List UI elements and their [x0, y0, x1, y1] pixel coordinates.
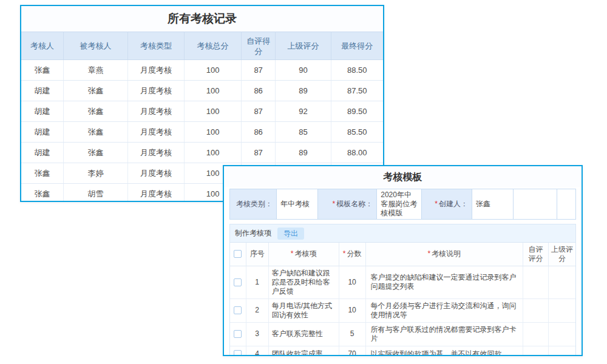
record-cell: 89 — [276, 81, 331, 101]
item-name-cell: 客户联系完整性 — [268, 322, 339, 346]
record-row: 胡建张鑫月度考核100879289.50 — [21, 101, 383, 122]
record-cell: 87 — [241, 143, 276, 163]
record-cell: 87 — [241, 60, 276, 81]
record-cell: 85 — [276, 122, 331, 143]
record-cell: 张鑫 — [64, 81, 127, 101]
record-cell: 100 — [185, 143, 242, 163]
record-cell: 86 — [241, 81, 276, 101]
template-panel: 考核模板 考核类别： 年中考核 *模板名称： 2020年中客服岗位考核模版 *创… — [223, 165, 583, 356]
required-asterisk: * — [435, 200, 438, 208]
record-cell: 胡建 — [21, 101, 64, 122]
record-cell: 100 — [185, 81, 242, 101]
item-name-cell: 客户缺陷和建议跟踪是否及时和给客户反馈 — [268, 266, 339, 298]
item-row: 1客户缺陷和建议跟踪是否及时和给客户反馈10客户提交的缺陷和建议一定要通过记录到… — [230, 266, 575, 298]
item-score-cell: 10 — [339, 266, 365, 298]
item-name-cell: 团队收款完成率 — [268, 346, 339, 356]
record-cell: 89.50 — [331, 101, 383, 122]
select-all-header — [230, 243, 246, 266]
items-table: 序号*考核项*分数*考核说明自评评分上级评分 1客户缺陷和建议跟踪是否及时和给客… — [230, 243, 575, 356]
item-superior-score-cell — [549, 266, 575, 298]
record-cell: 100 — [185, 122, 242, 143]
record-cell: 100 — [185, 101, 242, 122]
records-column-header: 考核人 — [21, 32, 64, 60]
item-superior-score-cell — [549, 322, 575, 346]
items-column-header: *考核说明 — [365, 243, 523, 266]
record-row: 胡建张鑫月度考核100878988.00 — [21, 143, 383, 163]
item-row: 3客户联系完整性5所有与客户联系过的情况都需要记录到客户卡片 — [230, 322, 575, 346]
item-checkbox-cell — [230, 298, 246, 322]
items-column-header: *考核项 — [268, 243, 339, 266]
item-row: 2每月电话/其他方式回访有效性10每个月必须与客户进行主动交流和沟通，询问使用情… — [230, 298, 575, 322]
record-cell: 张鑫 — [64, 122, 127, 143]
records-panel-title: 所有考核记录 — [21, 6, 383, 32]
record-cell: 胡建 — [21, 122, 64, 143]
record-cell: 月度考核 — [127, 184, 185, 203]
item-self-score-cell — [523, 346, 549, 356]
row-checkbox[interactable] — [234, 350, 242, 356]
record-cell: 胡建 — [21, 81, 64, 101]
records-column-header: 上级评分 — [276, 32, 331, 60]
row-checkbox[interactable] — [234, 330, 242, 338]
items-column-header: *分数 — [339, 243, 365, 266]
item-checkbox-cell — [230, 346, 246, 356]
item-self-score-cell — [523, 266, 549, 298]
item-score-cell: 10 — [339, 298, 365, 322]
items-column-header: 序号 — [246, 243, 268, 266]
required-asterisk: * — [291, 249, 294, 258]
item-desc-cell: 以实际收到的款项为基，并不以有效回款 — [365, 346, 523, 356]
item-score-cell: 5 — [339, 322, 365, 346]
record-row: 胡建张鑫月度考核100868987.50 — [21, 81, 383, 101]
export-button[interactable]: 导出 — [277, 228, 304, 240]
item-no-cell: 1 — [246, 266, 268, 298]
record-cell: 章燕 — [64, 60, 127, 81]
record-cell: 月度考核 — [127, 143, 185, 163]
required-asterisk: * — [427, 249, 430, 258]
record-cell: 85.50 — [331, 122, 383, 143]
row-checkbox[interactable] — [234, 278, 242, 286]
item-desc-cell: 所有与客户联系过的情况都需要记录到客户卡片 — [365, 322, 523, 346]
form-empty-cell — [557, 189, 575, 220]
creator-label: *创建人： — [422, 189, 472, 220]
record-cell: 张鑫 — [64, 101, 127, 122]
item-name-cell: 每月电话/其他方式回访有效性 — [268, 298, 339, 322]
record-cell: 胡建 — [21, 143, 64, 163]
category-label: 考核类别： — [230, 189, 277, 220]
record-cell: 92 — [276, 101, 331, 122]
items-toolbar: 制作考核项 导出 — [230, 224, 575, 243]
record-row: 张鑫章燕月度考核100879088.50 — [21, 60, 383, 81]
category-field[interactable]: 年中考核 — [276, 189, 317, 220]
record-cell: 100 — [185, 60, 242, 81]
record-cell: 88.50 — [331, 60, 383, 81]
template-name-label: *模板名称： — [318, 189, 377, 220]
records-column-header: 自评得分 — [241, 32, 276, 60]
record-cell: 月度考核 — [127, 60, 185, 81]
record-cell: 89 — [276, 143, 331, 163]
item-desc-cell: 每个月必须与客户进行主动交流和沟通，询问使用情况等 — [365, 298, 523, 322]
template-form: 考核类别： 年中考核 *模板名称： 2020年中客服岗位考核模版 *创建人： 张… — [229, 189, 576, 220]
record-cell: 李婷 — [64, 163, 127, 184]
records-column-header: 考核类型 — [127, 32, 185, 60]
row-checkbox[interactable] — [234, 306, 242, 314]
template-name-field[interactable]: 2020年中客服岗位考核模版 — [377, 189, 422, 220]
item-score-cell: 70 — [339, 346, 365, 356]
template-panel-title: 考核模板 — [224, 166, 582, 187]
item-desc-cell: 客户提交的缺陷和建议一定要通过记录到客户问题提交列表 — [365, 266, 523, 298]
items-column-header: 上级评分 — [549, 243, 575, 266]
record-cell: 张鑫 — [21, 60, 64, 81]
required-asterisk: * — [343, 249, 346, 258]
item-checkbox-cell — [230, 266, 246, 298]
select-all-checkbox[interactable] — [234, 250, 242, 258]
form-empty-cell — [514, 189, 557, 220]
records-column-header: 考核总分 — [185, 32, 242, 60]
record-cell: 张鑫 — [21, 163, 64, 184]
record-cell: 86 — [241, 122, 276, 143]
creator-field[interactable]: 张鑫 — [472, 189, 513, 220]
record-cell: 月度考核 — [127, 122, 185, 143]
record-cell: 月度考核 — [127, 81, 185, 101]
items-column-header: 自评评分 — [523, 243, 549, 266]
record-cell: 87 — [241, 101, 276, 122]
record-cell: 胡雪 — [64, 184, 127, 203]
item-no-cell: 4 — [246, 346, 268, 356]
record-cell: 90 — [276, 60, 331, 81]
record-cell: 87.50 — [331, 81, 383, 101]
